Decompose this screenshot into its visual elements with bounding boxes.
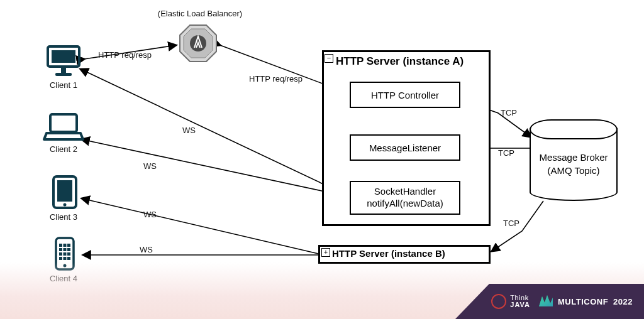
edge-label-tcp2: TCP [498,148,514,158]
svg-point-18 [64,203,67,207]
svg-rect-29 [59,257,62,260]
controller-box: HTTP Controller [350,82,460,108]
svg-rect-17 [57,180,72,202]
multiconf-mark-icon [539,295,553,308]
broker-line1: Message Broker [530,151,618,164]
edge-label-ws2: WS [143,161,157,171]
svg-rect-21 [64,244,67,247]
listener-label: MessageListener [369,143,441,153]
svg-rect-13 [61,68,66,73]
svg-rect-27 [64,252,67,256]
broker-line2: (AMQ Topic) [530,164,618,177]
client-1-label: Client 1 [44,80,83,90]
server-a-title: HTTP Server (instance A) [327,55,464,68]
broker-cylinder: Message Broker (AMQ Topic) [530,119,618,201]
socket-handler-box: SocketHandler notifyAll(newData) [350,181,460,215]
svg-rect-14 [55,73,72,76]
server-b-title: HTTP Server (instance B) [332,248,445,259]
edge-label-ws1: WS [182,126,196,135]
svg-rect-23 [59,248,62,251]
elb-label: (Elastic Load Balancer) [156,9,244,18]
svg-rect-15 [50,114,77,132]
expand-icon[interactable]: + [321,248,330,257]
svg-rect-22 [67,244,70,247]
edge-label-tcp3: TCP [503,219,519,228]
multiconf-year: 2022 [613,297,633,306]
svg-rect-12 [52,50,75,63]
svg-rect-26 [59,252,62,256]
socket-l1: SocketHandler [374,186,436,198]
svg-rect-28 [67,252,70,256]
ring-icon [491,294,506,309]
svg-line-4 [80,69,351,197]
svg-rect-20 [59,244,62,247]
socket-l2: notifyAll(newData) [367,198,443,210]
multiconf-logo: MULTICONF 2022 [539,295,633,308]
edge-label-ws3: WS [143,210,157,219]
laptop-icon [43,112,84,146]
tablet-icon [52,175,78,212]
think-java-logo: Think JAVA [491,294,530,309]
diagram-stage: (Elastic Load Balancer) HTTP req/resp HT… [0,0,644,319]
svg-rect-25 [67,248,70,251]
client-3-label: Client 3 [44,212,83,222]
svg-rect-30 [64,257,67,260]
client-2-label: Client 2 [44,144,83,154]
edge-label-tcp1: TCP [501,108,517,117]
elb-icon [177,23,219,64]
svg-line-6 [82,198,318,254]
controller-label: HTTP Controller [371,90,439,100]
edge-label-http2: HTTP req/resp [249,74,303,84]
svg-rect-24 [64,248,67,251]
edge-label-ws4: WS [140,245,153,254]
multiconf-text: MULTICONF [558,297,608,306]
edge-label-http1: HTTP req/resp [98,50,152,60]
desktop-icon [45,44,82,80]
svg-line-5 [82,139,351,197]
svg-rect-31 [67,257,70,260]
listener-box: MessageListener [350,134,460,161]
